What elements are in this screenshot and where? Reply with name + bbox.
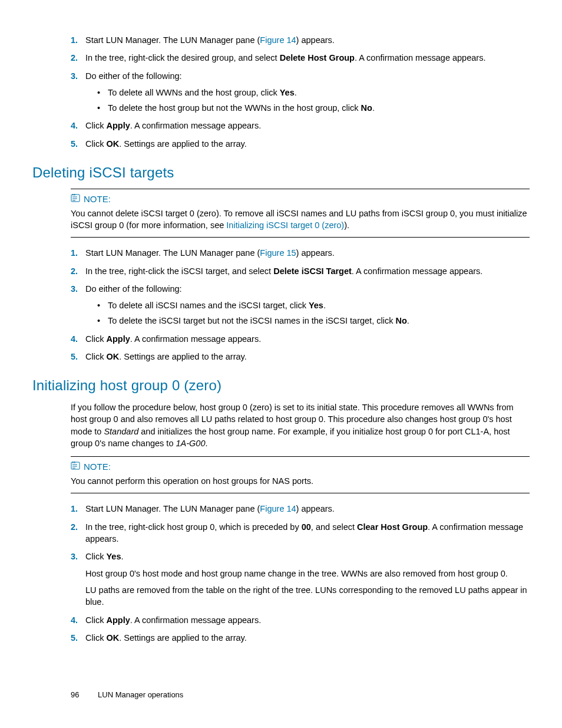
step-text: In the tree, right-click host group 0, w… xyxy=(85,522,523,543)
step-text: Click OK. Settings are applied to the ar… xyxy=(85,139,247,149)
italic-term: Standard xyxy=(104,427,138,436)
ordered-steps-b: 1.Start LUN Manager. The LUN Manager pan… xyxy=(71,247,530,363)
bold-term: Delete Host Group xyxy=(280,53,355,62)
bold-term: Yes xyxy=(280,88,295,97)
step-number: 4. xyxy=(71,333,78,345)
cross-reference-link[interactable]: Figure 14 xyxy=(260,504,296,513)
cross-reference-link[interactable]: Initializing iSCSI target 0 (zero) xyxy=(226,220,344,230)
note-body-c: You cannot perform this operation on hos… xyxy=(71,475,530,487)
note-block-b: NOTE: You cannot delete iSCSI target 0 (… xyxy=(71,189,530,238)
svg-rect-2 xyxy=(74,194,75,196)
bold-term: OK xyxy=(106,352,119,361)
svg-rect-8 xyxy=(74,462,75,463)
step-number: 1. xyxy=(71,503,78,515)
document-page: 1.Start LUN Manager. The LUN Manager pan… xyxy=(0,0,562,644)
cross-reference-link[interactable]: Figure 15 xyxy=(260,248,296,258)
step-text: In the tree, right-click the desired gro… xyxy=(85,53,485,62)
bold-term: No xyxy=(361,103,372,113)
step-item: 4.Click Apply. A confirmation message ap… xyxy=(71,614,530,626)
step-item: 5.Click OK. Settings are applied to the … xyxy=(71,632,530,644)
bold-term: OK xyxy=(106,139,119,149)
note-header: NOTE: xyxy=(71,193,530,205)
note-icon xyxy=(71,193,80,205)
step-number: 2. xyxy=(71,52,78,64)
step-text: Click Apply. A confirmation message appe… xyxy=(85,615,261,625)
note-block-c: NOTE: You cannot perform this operation … xyxy=(71,456,530,493)
bullet-item: To delete the iSCSI target but not the i… xyxy=(97,315,530,327)
bold-term: Apply xyxy=(106,334,130,344)
section-a-steps-container: 1.Start LUN Manager. The LUN Manager pan… xyxy=(71,34,530,150)
svg-rect-7 xyxy=(72,462,74,463)
step-item: 3.Do either of the following:To delete a… xyxy=(71,283,530,327)
step-item: 4.Click Apply. A confirmation message ap… xyxy=(71,333,530,345)
note-body-b: You cannot delete iSCSI target 0 (zero).… xyxy=(71,207,530,232)
step-number: 5. xyxy=(71,632,78,644)
step-number: 5. xyxy=(71,351,78,363)
bold-term: OK xyxy=(106,633,119,643)
section-c-steps-container: 1.Start LUN Manager. The LUN Manager pan… xyxy=(71,503,530,644)
footer-title: LUN Manager operations xyxy=(98,690,183,699)
step-text: Do either of the following: xyxy=(85,284,182,294)
step-item: 5.Click OK. Settings are applied to the … xyxy=(71,138,530,150)
section-b-steps-container: 1.Start LUN Manager. The LUN Manager pan… xyxy=(71,247,530,363)
step-item: 2.In the tree, right-click the iSCSI tar… xyxy=(71,265,530,277)
heading-deleting-iscsi: Deleting iSCSI targets xyxy=(32,163,530,183)
svg-rect-1 xyxy=(72,194,74,196)
bold-term: Apply xyxy=(106,121,130,130)
step-number: 1. xyxy=(71,247,78,259)
step-number: 4. xyxy=(71,614,78,626)
bullet-list: To delete all WWNs and the host group, c… xyxy=(97,87,530,114)
section-c-intro: If you follow the procedure below, host … xyxy=(71,401,530,449)
step-number: 1. xyxy=(71,34,78,46)
step-number: 3. xyxy=(71,70,78,82)
cross-reference-link[interactable]: Figure 14 xyxy=(260,35,296,45)
step-item: 4.Click Apply. A confirmation message ap… xyxy=(71,120,530,131)
step-number: 4. xyxy=(71,120,78,131)
step-item: 1.Start LUN Manager. The LUN Manager pan… xyxy=(71,247,530,259)
bullet-item: To delete all WWNs and the host group, c… xyxy=(97,87,530,98)
bold-term: Clear Host Group xyxy=(357,522,428,532)
step-text: Do either of the following: xyxy=(85,71,182,81)
step-number: 3. xyxy=(71,283,78,295)
note-label: NOTE: xyxy=(84,460,111,473)
step-item: 3.Do either of the following:To delete a… xyxy=(71,70,530,114)
step-text: Click Yes. xyxy=(85,552,123,561)
step-text: Start LUN Manager. The LUN Manager pane … xyxy=(85,504,335,513)
step-item: 1.Start LUN Manager. The LUN Manager pan… xyxy=(71,34,530,46)
page-number: 96 xyxy=(71,690,79,699)
step-text: In the tree, right-click the iSCSI targe… xyxy=(85,266,482,276)
bold-term: 00 xyxy=(302,522,311,532)
step-text: Start LUN Manager. The LUN Manager pane … xyxy=(85,35,335,45)
ordered-steps-c: 1.Start LUN Manager. The LUN Manager pan… xyxy=(71,503,530,644)
step-item: 2.In the tree, right-click host group 0,… xyxy=(71,521,530,545)
step-item: 5.Click OK. Settings are applied to the … xyxy=(71,351,530,363)
bold-term: Yes xyxy=(309,301,323,310)
step-item: 1.Start LUN Manager. The LUN Manager pan… xyxy=(71,503,530,515)
step-item: 2.In the tree, right-click the desired g… xyxy=(71,52,530,64)
bullet-item: To delete all iSCSI names and the iSCSI … xyxy=(97,299,530,311)
step-number: 5. xyxy=(71,138,78,150)
step-number: 3. xyxy=(71,551,78,562)
bullet-list: To delete all iSCSI names and the iSCSI … xyxy=(97,299,530,327)
step-continuation: Host group 0's host mode and host group … xyxy=(85,568,530,579)
step-number: 2. xyxy=(71,521,78,533)
step-text: Click OK. Settings are applied to the ar… xyxy=(85,633,247,643)
note-label: NOTE: xyxy=(84,193,111,205)
note-header: NOTE: xyxy=(71,460,530,473)
step-text: Click Apply. A confirmation message appe… xyxy=(85,334,261,344)
step-text: Click OK. Settings are applied to the ar… xyxy=(85,352,247,361)
note-icon xyxy=(71,460,80,473)
heading-initializing-host-group: Initializing host group 0 (zero) xyxy=(32,375,530,396)
step-continuation: LU paths are removed from the table on t… xyxy=(85,584,530,608)
step-text: Start LUN Manager. The LUN Manager pane … xyxy=(85,248,335,258)
bold-term: Yes xyxy=(106,552,121,561)
italic-term: 1A-G00 xyxy=(176,439,206,448)
bold-term: No xyxy=(395,316,406,325)
bold-term: Apply xyxy=(106,615,130,625)
bullet-item: To delete the host group but not the WWN… xyxy=(97,102,530,114)
step-text: Click Apply. A confirmation message appe… xyxy=(85,121,261,130)
step-item: 3.Click Yes.Host group 0's host mode and… xyxy=(71,551,530,608)
ordered-steps-a: 1.Start LUN Manager. The LUN Manager pan… xyxy=(71,34,530,150)
bold-term: Delete iSCSI Target xyxy=(273,266,352,276)
step-number: 2. xyxy=(71,265,78,277)
